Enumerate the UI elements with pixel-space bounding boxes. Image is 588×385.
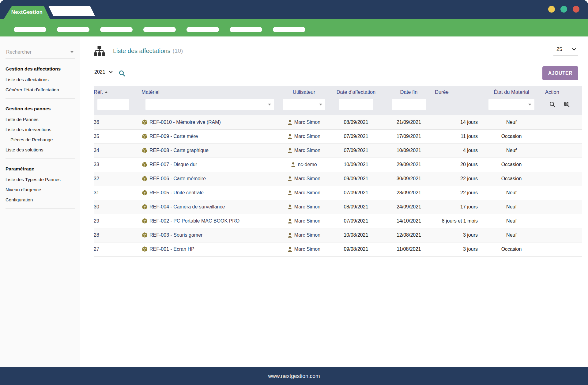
row-ref-link[interactable]: 27 xyxy=(94,242,141,256)
person-icon xyxy=(288,219,292,223)
row-ref-link[interactable]: 32 xyxy=(94,172,141,186)
row-duree: 3 jours xyxy=(435,242,478,256)
column-header-action: Action xyxy=(545,86,582,98)
table-row[interactable]: 36 REF-0010 - Mémoire vive (RAM) xyxy=(94,115,582,129)
filter-utilisateur-select[interactable] xyxy=(283,99,325,110)
table-row[interactable]: 34 REF-008 - Carte graphique xyxy=(94,143,582,158)
table-row[interactable]: 29 REF-002 - PC Portable MAC BOOK PRO xyxy=(94,214,582,228)
page-size-value: 25 xyxy=(556,46,562,52)
row-materiel-link[interactable]: REF-001 - Ecran HP xyxy=(149,246,194,252)
sidebar-item-pieces-rechange[interactable]: Pièces de Rechange xyxy=(6,137,75,142)
column-header-utilisateur[interactable]: Utilisateur xyxy=(279,86,329,98)
row-ref-link[interactable]: 34 xyxy=(94,143,141,158)
row-materiel-link[interactable]: REF-008 - Carte graphique xyxy=(149,148,209,153)
sidebar-search-select[interactable]: Rechercher xyxy=(6,48,75,59)
filter-materiel-select[interactable] xyxy=(145,99,274,110)
row-ref-link[interactable]: 36 xyxy=(94,115,141,129)
nav-pill-5[interactable] xyxy=(187,27,219,32)
footer-bar: www.nextgestion.com xyxy=(0,367,588,385)
sidebar-item-liste-affectations[interactable]: Liste des affectations xyxy=(6,77,75,82)
row-date-fin: 28/09/2021 xyxy=(383,186,435,200)
row-ref-link[interactable]: 28 xyxy=(94,228,141,242)
table-row[interactable]: 33 REF-007 - Disque dur xyxy=(94,158,582,172)
row-materiel-link[interactable]: REF-006 - Carte mémoire xyxy=(149,176,206,181)
ajouter-button[interactable]: AJOUTER xyxy=(542,66,578,80)
affectations-table: Réf. Matériel Utilisateur Date d'affecta… xyxy=(94,86,582,257)
row-ref-link[interactable]: 30 xyxy=(94,200,141,214)
sidebar-item-liste-pannes[interactable]: Liste de Pannes xyxy=(6,117,75,122)
table-row[interactable]: 35 REF-009 - Carte mère xyxy=(94,129,582,143)
table-row[interactable]: 31 REF-005 - Unité centrale xyxy=(94,186,582,200)
row-date-affectation: 07/09/2021 xyxy=(329,214,383,228)
brand-logo-text: NextGestion xyxy=(11,9,43,15)
sidebar-item-niveau-urgence[interactable]: Niveau d'urgence xyxy=(6,187,75,192)
row-utilisateur: Marc Simon xyxy=(294,120,320,125)
row-ref-link[interactable]: 29 xyxy=(94,214,141,228)
row-utilisateur: Marc Simon xyxy=(294,176,320,181)
row-materiel-link[interactable]: REF-004 - Caméra de surveillance xyxy=(149,204,225,210)
row-ref-link[interactable]: 33 xyxy=(94,158,141,172)
year-filter-select[interactable]: 2021 xyxy=(94,69,113,77)
row-utilisateur: Marc Simon xyxy=(294,204,320,210)
row-date-fin: 10/09/2021 xyxy=(383,143,435,158)
page-size-select[interactable]: 25 xyxy=(553,46,578,55)
person-icon xyxy=(288,190,292,195)
row-ref-link[interactable]: 31 xyxy=(94,186,141,200)
nav-pill-2[interactable] xyxy=(57,27,89,32)
row-materiel-link[interactable]: REF-009 - Carte mère xyxy=(149,134,198,139)
filter-ref-input[interactable] xyxy=(97,99,129,110)
nav-pill-6[interactable] xyxy=(230,27,262,32)
row-date-affectation: 10/08/2021 xyxy=(329,228,383,242)
person-icon xyxy=(288,204,292,209)
chevron-down-icon xyxy=(268,104,271,105)
sidebar-item-generer-etat[interactable]: Générer l'état d'affectation xyxy=(6,87,75,92)
clear-filter-search-icon[interactable] xyxy=(564,101,570,108)
column-header-etat[interactable]: État du Material xyxy=(478,86,545,98)
row-date-fin: 14/10/2021 xyxy=(383,214,435,228)
column-header-duree[interactable]: Durée xyxy=(435,86,478,98)
package-icon xyxy=(142,162,147,167)
window-dot-red xyxy=(573,6,579,13)
nav-pill-3[interactable] xyxy=(100,27,133,32)
row-etat: Neuf xyxy=(478,186,545,200)
page-title: Liste des affectations xyxy=(113,48,171,55)
row-date-fin: 29/09/2021 xyxy=(383,158,435,172)
column-header-ref[interactable]: Réf. xyxy=(94,86,141,98)
row-etat: Occasion xyxy=(478,242,545,256)
table-row[interactable]: 27 REF-001 - Ecran HP xyxy=(94,242,582,256)
filter-date-fin-input[interactable] xyxy=(392,99,426,110)
row-materiel-link[interactable]: REF-007 - Disque dur xyxy=(149,162,197,167)
row-date-affectation: 07/09/2021 xyxy=(329,129,383,143)
row-materiel-link[interactable]: REF-003 - Souris gamer xyxy=(149,232,202,238)
apply-filter-search-icon[interactable] xyxy=(549,101,556,108)
row-materiel-link[interactable]: REF-0010 - Mémoire vive (RAM) xyxy=(149,120,221,125)
row-ref-link[interactable]: 35 xyxy=(94,129,141,143)
sidebar-item-liste-solutions[interactable]: Liste des solutions xyxy=(6,147,75,152)
row-date-fin: 17/09/2021 xyxy=(383,129,435,143)
nav-pill-7[interactable] xyxy=(273,27,305,32)
person-icon xyxy=(288,120,292,125)
row-etat: Occasion xyxy=(478,129,545,143)
sidebar-item-liste-interventions[interactable]: Liste des interventions xyxy=(6,127,75,132)
table-row[interactable]: 28 REF-003 - Souris gamer xyxy=(94,228,582,242)
sidebar-item-configuration[interactable]: Configuration xyxy=(6,197,75,202)
sitemap-icon xyxy=(94,46,105,56)
filter-etat-select[interactable] xyxy=(488,99,534,110)
column-header-materiel[interactable]: Matériel xyxy=(141,86,279,98)
table-row[interactable]: 32 REF-006 - Carte mémoire xyxy=(94,172,582,186)
row-materiel-link[interactable]: REF-002 - PC Portable MAC BOOK PRO xyxy=(149,218,239,224)
row-date-fin: 12/08/2021 xyxy=(383,228,435,242)
row-action-cell xyxy=(545,172,582,186)
row-materiel-link[interactable]: REF-005 - Unité centrale xyxy=(149,190,204,196)
column-header-date-affectation[interactable]: Date d'affectation xyxy=(329,86,383,98)
table-row[interactable]: 30 REF-004 - Caméra de surveillance xyxy=(94,200,582,214)
filter-date-affectation-input[interactable] xyxy=(339,99,373,110)
page-title-count: (10) xyxy=(173,48,183,54)
nav-pill-4[interactable] xyxy=(143,27,176,32)
sidebar-item-types-pannes[interactable]: Liste des Types de Pannes xyxy=(6,177,75,182)
nav-pill-1[interactable] xyxy=(14,27,46,32)
column-header-date-fin[interactable]: Date fin xyxy=(383,86,435,98)
row-etat: Occasion xyxy=(478,158,545,172)
sidebar-section-title: Gestion des affectations xyxy=(6,66,75,72)
year-search-icon[interactable] xyxy=(119,70,125,77)
